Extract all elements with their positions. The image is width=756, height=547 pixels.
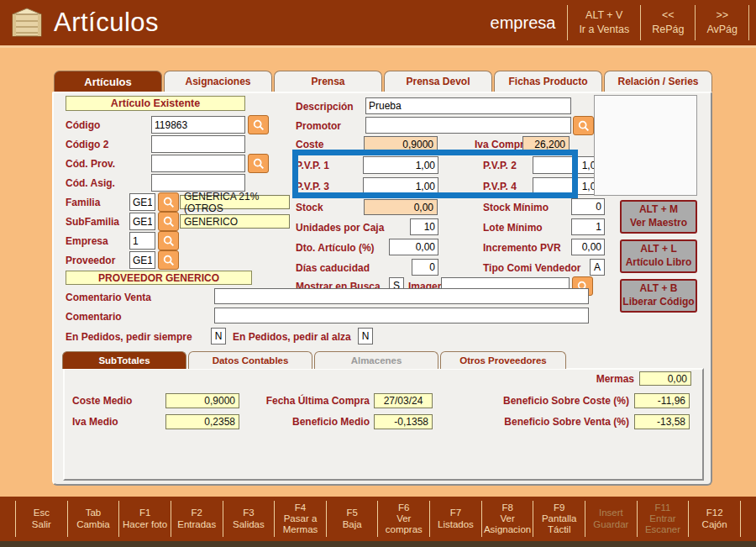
subfamilia-input[interactable]: [129, 213, 155, 230]
fkey-label: Ver Asignacion: [483, 513, 533, 535]
codigo-search-button[interactable]: [248, 115, 269, 134]
pedir-siempre-input[interactable]: [211, 328, 226, 345]
nav-repag-label: RePág: [652, 23, 684, 37]
codigo2-input[interactable]: [151, 135, 245, 153]
fkey-f3-salidas[interactable]: F3Salidas: [223, 501, 275, 537]
fecha-ultima-compra-label: Fecha Última Compra: [254, 395, 370, 407]
nav-repag[interactable]: << RePág: [640, 5, 695, 40]
lote-minimo-input[interactable]: [571, 218, 605, 235]
fkey-key: F6: [398, 502, 409, 513]
fkey-f8-ver-asignacion[interactable]: F8Ver Asignacion: [481, 501, 533, 537]
fkey-key: F12: [706, 508, 723, 518]
pvp3-label: P.V.P. 3: [296, 181, 329, 192]
fkey-esc-salir[interactable]: EscSalir: [15, 501, 67, 537]
stock-label: Stock: [296, 202, 323, 213]
empresa-input[interactable]: [129, 232, 155, 250]
beneficio-sobre-venta-label: Beneficio Sobre Venta (%): [426, 416, 629, 428]
familia-search-button[interactable]: [158, 192, 179, 212]
subtab-subtotales[interactable]: SubTotales: [62, 351, 186, 369]
stock-minimo-input[interactable]: [571, 198, 605, 215]
ver-maestro-button[interactable]: ALT + M Ver Maestro: [620, 200, 697, 234]
promotor-search-button[interactable]: [573, 116, 594, 135]
lote-minimo-label: Lote Mínimo: [483, 222, 543, 234]
pvp1-label: P.V.P. 1: [296, 160, 329, 171]
fkey-label: Cajón: [702, 519, 727, 530]
subfamilia-search-button[interactable]: [158, 212, 179, 231]
codigo-input[interactable]: [151, 116, 245, 134]
comentario-input[interactable]: [214, 308, 589, 323]
iva-compra-label: Iva Compra: [475, 139, 529, 150]
promotor-input[interactable]: [365, 117, 571, 134]
iva-medio-field: 0,2358: [165, 414, 239, 429]
subtab-almacenes[interactable]: Almacenes: [314, 351, 438, 369]
empresa-label: Empresa: [66, 235, 108, 247]
fkey-f7-listados[interactable]: F7Listados: [429, 501, 481, 537]
pvp1-input[interactable]: [363, 156, 438, 174]
cod-asig-input[interactable]: [151, 174, 245, 192]
subtab-otros-proveedores[interactable]: Otros Proveedores: [440, 351, 566, 369]
mermas-field: 0,00: [639, 371, 691, 386]
fkey-tab-cambia[interactable]: TabCambia: [67, 501, 119, 537]
tab-fichas-producto[interactable]: Fichas Producto: [494, 71, 602, 92]
fkey-f9-pantalla-tactil[interactable]: F9Pantalla Táctil: [533, 501, 585, 537]
fkey-label: Guardar: [593, 519, 628, 530]
fkey-key: F2: [192, 508, 202, 518]
descripcion-input[interactable]: [365, 97, 571, 114]
cod-prov-search-button[interactable]: [248, 154, 269, 173]
fkey-label: Baja: [343, 519, 362, 530]
incremento-pvr-input[interactable]: [571, 239, 605, 255]
articulo-libro-button[interactable]: ALT + L Artículo Libro: [620, 239, 697, 273]
fkey-f12-cajon[interactable]: F12Cajón: [688, 501, 741, 537]
search-icon: [162, 215, 176, 229]
ver-maestro-label: Ver Maestro: [630, 217, 687, 230]
fkey-key: F4: [295, 502, 306, 513]
familia-input[interactable]: [129, 193, 155, 211]
dias-caducidad-input[interactable]: [412, 259, 438, 276]
search-icon: [162, 234, 176, 248]
pedir-alza-label: En Pedidos, pedir al alza: [233, 331, 351, 343]
pedir-alza-input[interactable]: [358, 328, 373, 345]
fkey-f6-ver-compras[interactable]: F6Ver compras: [377, 501, 429, 537]
fkey-key: F1: [139, 508, 150, 518]
fkey-label: Listados: [438, 519, 474, 530]
nav-avpag-label: AvPág: [706, 23, 738, 37]
subtab-datos-contables[interactable]: Datos Contables: [188, 351, 312, 369]
tab-bar: Artículos Asignaciones Prensa Prensa Dev…: [52, 71, 712, 92]
tab-asignaciones[interactable]: Asignaciones: [164, 71, 272, 92]
function-key-bar: EscSalir TabCambia F1Hacer foto F2Entrad…: [0, 497, 756, 547]
liberar-codigo-button[interactable]: ALT + B Liberar Código: [620, 279, 697, 313]
tab-articulos[interactable]: Artículos: [54, 71, 162, 92]
search-icon: [577, 119, 591, 133]
fkey-key: F3: [243, 508, 254, 518]
fkey-f1-hacer-foto[interactable]: F1Hacer foto: [118, 501, 171, 537]
promotor-label: Promotor: [296, 120, 341, 132]
nav-ir-a-ventas-label: Ir a Ventas: [579, 23, 629, 37]
tab-prensa-devol[interactable]: Prensa Devol: [384, 71, 492, 92]
fkey-f2-entradas[interactable]: F2Entradas: [171, 501, 223, 537]
tipo-comi-input[interactable]: [590, 259, 605, 276]
nav-ir-a-ventas-key: ALT + V: [579, 8, 629, 23]
proveedor-search-button[interactable]: [158, 250, 179, 270]
articulo-libro-key: ALT + L: [640, 243, 676, 256]
header-right: empresa ALT + V Ir a Ventas << RePág >> …: [491, 0, 756, 45]
tab-prensa[interactable]: Prensa: [274, 71, 382, 92]
beneficio-medio-field: -0,1358: [374, 414, 433, 429]
fkey-f4-pasar-a-mermas[interactable]: F4Pasar a Mermas: [274, 501, 326, 537]
unidades-caja-input[interactable]: [410, 218, 438, 235]
nav-avpag[interactable]: >> AvPág: [695, 5, 748, 40]
fkey-label: Pantalla Táctil: [534, 513, 584, 535]
tipo-comi-label: Tipo Comi Vendedor: [483, 262, 580, 274]
tab-relacion-series[interactable]: Relación / Series: [604, 71, 712, 92]
page-title: Artículos: [54, 8, 159, 38]
pvp3-input[interactable]: [363, 177, 438, 195]
pedir-siempre-label: En Pedidos, pedir siempre: [66, 331, 192, 343]
dto-articulo-input[interactable]: [389, 239, 438, 255]
articulos-window: Artículos empresa ALT + V Ir a Ventas <<…: [0, 0, 756, 547]
nav-ir-a-ventas[interactable]: ALT + V Ir a Ventas: [567, 5, 640, 40]
comentario-label: Comentario: [66, 311, 122, 323]
comentario-venta-input[interactable]: [214, 288, 589, 304]
fkey-f5-baja[interactable]: F5Baja: [326, 501, 378, 537]
proveedor-input[interactable]: [129, 251, 155, 269]
empresa-search-button[interactable]: [158, 231, 179, 250]
cod-prov-input[interactable]: [151, 155, 245, 172]
